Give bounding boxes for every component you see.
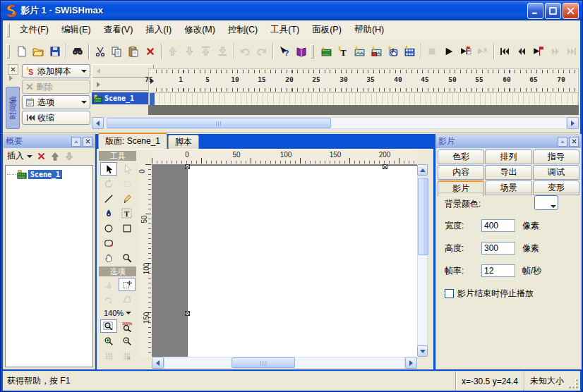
stop-at-end-checkbox[interactable] [445,289,454,298]
tab-debug[interactable]: 调试 [533,165,579,180]
open-file-button[interactable] [30,42,47,61]
canvas-vertical-scrollbar[interactable] [417,164,429,357]
insert-sprite-button[interactable] [402,42,419,61]
snap-to-object-option[interactable] [100,278,117,291]
movie-minimize-button[interactable] [558,137,567,147]
pencil-tool[interactable] [119,192,136,205]
move-down-button[interactable] [181,42,198,61]
add-script-button[interactable]: S 添加脚本 [22,64,90,78]
title-bar[interactable]: 影片 1 - SWiSHmax [1,1,582,20]
stop-button[interactable] [424,42,441,61]
close-button[interactable] [563,3,579,19]
tab-color[interactable]: 色彩 [438,149,484,164]
tab-content[interactable]: 内容 [438,165,484,180]
menu-item[interactable]: 文件(F) [13,21,55,39]
rotate-tool[interactable] [100,177,117,190]
timeline-vertical-tab[interactable]: 时间轴 [6,87,20,129]
copy-button[interactable] [108,42,125,61]
timeline-collapse-arrow-icon[interactable] [9,75,13,81]
insert-button-button[interactable] [385,42,402,61]
zoom-out-tool[interactable] [119,334,136,348]
paste-button[interactable] [125,42,142,61]
timeline-scene-row[interactable]: Scene_1 [92,92,148,104]
redo-button[interactable] [253,42,270,61]
preview-frame-button[interactable] [474,42,491,61]
outline-delete-icon[interactable] [37,152,46,161]
zoom-in-tool[interactable] [100,334,117,348]
insert-image-button[interactable] [351,42,368,61]
movie-panel-titlebar[interactable]: 影片 [436,135,581,148]
menu-item[interactable]: 修改(M) [178,21,222,39]
timeline-ruler[interactable]: 151015202530354045505560657075 [148,68,579,93]
zoom-100-tool[interactable]: 100% [119,319,136,333]
new-file-button[interactable] [13,42,30,61]
menu-item[interactable]: 编辑(E) [55,21,97,39]
text-tool[interactable]: T [119,207,136,220]
send-to-back-button[interactable] [215,42,232,61]
rectangle-tool[interactable] [119,221,136,235]
script-options-button[interactable]: 选项 [22,95,90,109]
menu-item[interactable]: 插入(I) [139,21,178,39]
scroll-left-button[interactable] [92,117,104,129]
menu-item[interactable]: 工具(T) [264,21,306,39]
line-tool[interactable] [100,192,117,205]
context-help-button[interactable]: ? [276,42,293,61]
autoshape-tool[interactable] [100,236,117,250]
canvas-horizontal-scrollbar[interactable] [152,357,417,369]
ellipse-tool[interactable] [100,221,117,235]
maximize-button[interactable] [545,3,561,19]
play-movie-button[interactable] [457,42,474,61]
v-scrollbar-thumb[interactable] [418,178,428,255]
menu-item[interactable]: 控制(C) [222,21,264,39]
outline-close-button[interactable] [83,137,92,147]
menubar-grip[interactable] [6,23,10,37]
h-scrollbar-thumb[interactable] [232,357,295,368]
curve-points-option[interactable] [100,293,117,306]
height-input[interactable] [481,242,515,255]
stage-handle-topleft[interactable] [185,164,190,169]
bring-to-front-button[interactable] [198,42,215,61]
scroll-left-button[interactable] [152,357,164,369]
outline-insert-button[interactable]: 插入 [7,150,32,162]
pen-tool[interactable] [100,207,117,220]
scroll-right-button[interactable] [405,357,417,369]
bg-color-swatch[interactable] [534,195,558,210]
step-back-button[interactable] [513,42,530,61]
canvas-viewport[interactable] [152,164,417,357]
h-scrollbar-track[interactable] [164,357,405,369]
delete-script-button[interactable]: 删除 [22,80,90,94]
select-tool[interactable] [100,162,117,176]
insert-text-button[interactable]: T [335,42,351,61]
step-forward-button[interactable] [547,42,564,61]
outline-tree[interactable]: Scene_1 [5,165,93,367]
undo-button[interactable] [237,42,254,61]
framerate-input[interactable] [481,264,515,277]
find-button[interactable] [69,42,86,61]
menu-item[interactable]: 查看(V) [97,21,140,39]
scroll-up-button[interactable] [417,164,428,176]
move-up-button[interactable] [164,42,181,61]
zoom-level-dropdown[interactable]: 140% [97,307,138,319]
perspective-tool[interactable] [119,177,136,190]
tab-guide[interactable]: 指导 [533,149,579,164]
menu-item[interactable]: 面板(P) [306,21,348,39]
cut-button[interactable] [92,42,109,61]
tab-script[interactable]: 脚本 [168,135,199,149]
menu-item[interactable]: 帮助(H) [348,21,390,39]
tree-item-scene[interactable]: Scene_1 [7,169,92,179]
show-transform-handles-option[interactable] [119,278,136,291]
help-contents-button[interactable] [293,42,310,61]
zoom-select-tool[interactable] [100,319,117,333]
timeline-scrollbar[interactable] [92,117,579,129]
insert-content-button[interactable] [368,42,385,61]
minimize-button[interactable] [527,3,543,19]
insert-scene-button[interactable] [318,42,335,61]
shrink-button[interactable]: 收缩 [22,111,90,125]
save-button[interactable] [47,42,64,61]
movie-stage[interactable] [187,165,417,357]
play-to-flag-button[interactable] [530,42,547,61]
outline-panel-titlebar[interactable]: 概要 [4,135,95,148]
tab-layout[interactable]: 版面: Scene_1 [98,133,167,149]
tab-align[interactable]: 排列 [485,149,531,164]
v-scrollbar-track[interactable] [417,176,428,345]
